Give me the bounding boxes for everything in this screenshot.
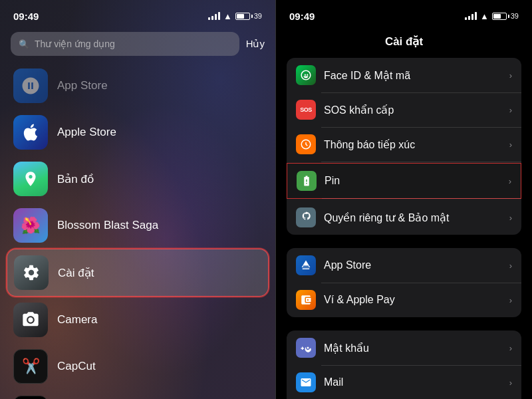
app-item-blossom[interactable]: 🌺 Blossom Blast Saga <box>7 202 269 249</box>
app-list: App Store Apple Store Bản đồ 🌺 <box>0 63 275 399</box>
status-icons-right: ▲ 39 <box>465 11 519 21</box>
settings-icon-faceid <box>296 65 316 85</box>
settings-label-contact: Thông báo tiếp xúc <box>324 138 509 151</box>
settings-icon-contact <box>296 134 316 154</box>
right-panel: 09:49 ▲ 39 Cài đặt <box>276 0 532 399</box>
app-icon-settings <box>14 255 49 290</box>
battery-text-left: 39 <box>254 12 262 20</box>
settings-icon-password <box>296 338 316 358</box>
settings-row-wallet[interactable]: Ví & Apple Pay › <box>287 283 521 317</box>
status-icons-left: ▲ 39 <box>208 11 262 21</box>
settings-label-pin: Pin <box>325 175 509 187</box>
app-name-maps: Bản đồ <box>57 172 94 186</box>
app-icon-appstore-top <box>13 68 48 103</box>
chevron-icon-faceid: › <box>509 70 512 80</box>
app-item-maps[interactable]: Bản đồ <box>7 156 269 202</box>
chevron-icon-wallet: › <box>509 295 512 305</box>
search-bar-container: 🔍 Thư viện ứng dụng Hủy <box>0 29 275 63</box>
settings-icon-sos: SOS <box>296 100 316 120</box>
settings-row-contact[interactable]: Thông báo tiếp xúc › <box>287 127 521 162</box>
settings-icon-mail <box>296 372 316 392</box>
wifi-icon: ▲ <box>223 11 232 21</box>
settings-section-security: Face ID & Mật mã › SOS SOS khẩn cấp › Th… <box>287 58 521 235</box>
battery-icon-right: 39 <box>492 12 519 20</box>
settings-icon-pin <box>297 171 317 191</box>
app-name-blossom: Blossom Blast Saga <box>57 219 158 232</box>
page-title: Cài đặt <box>385 35 423 48</box>
app-item-camera[interactable]: Camera <box>7 297 269 343</box>
wifi-icon-right: ▲ <box>480 11 489 21</box>
app-item-apple-store[interactable]: Apple Store <box>7 109 269 156</box>
settings-row-password[interactable]: Mật khẩu › <box>287 331 521 365</box>
app-name-settings: Cài đặt <box>58 266 94 280</box>
settings-row-faceid[interactable]: Face ID & Mật mã › <box>287 58 521 92</box>
battery-icon: 39 <box>235 12 262 20</box>
chevron-icon-pin: › <box>509 176 511 186</box>
app-item-settings[interactable]: Cài đặt <box>7 249 269 297</box>
settings-label-appstore: App Store <box>324 259 509 271</box>
app-item-appstore-top[interactable]: App Store <box>7 63 269 109</box>
status-time-right: 09:49 <box>289 11 315 22</box>
signal-icon <box>208 12 220 20</box>
chevron-icon-password: › <box>509 343 512 353</box>
status-bar-right: 09:49 ▲ 39 <box>276 0 532 29</box>
search-placeholder: Thư viện ứng dụng <box>35 39 115 49</box>
app-icon-blossom: 🌺 <box>13 208 48 243</box>
status-bar-left: 09:49 ▲ 39 <box>0 0 275 29</box>
chevron-icon-contact: › <box>509 140 512 150</box>
search-bar[interactable]: 🔍 Thư viện ứng dụng <box>11 32 239 56</box>
chevron-icon-sos: › <box>509 105 512 115</box>
settings-label-privacy: Quyền riêng tư & Bảo mật <box>324 211 509 224</box>
settings-label-wallet: Ví & Apple Pay <box>324 294 509 306</box>
app-item-capcut[interactable]: ✂️ CapCut <box>7 343 269 390</box>
settings-icon-appstore <box>296 255 316 275</box>
settings-label-sos: SOS khẩn cấp <box>324 104 509 116</box>
app-icon-maps <box>13 162 48 196</box>
app-name-appstore-top: App Store <box>57 79 108 92</box>
settings-label-mail: Mail <box>324 376 509 388</box>
search-icon: 🔍 <box>19 39 29 49</box>
page-title-bar: Cài đặt <box>276 29 532 58</box>
app-name-camera: Camera <box>57 313 97 327</box>
settings-section-personal: Mật khẩu › Mail › Danh bạ › <box>287 331 521 399</box>
chevron-icon-privacy: › <box>509 213 512 223</box>
settings-label-faceid: Face ID & Mật mã <box>324 69 509 82</box>
status-time-left: 09:49 <box>13 11 39 22</box>
settings-row-mail[interactable]: Mail › <box>287 365 521 399</box>
settings-row-privacy[interactable]: Quyền riêng tư & Bảo mật › <box>287 200 521 235</box>
settings-section-store: App Store › Ví & Apple Pay › <box>287 248 521 317</box>
left-panel: 09:49 ▲ 39 <box>0 0 276 399</box>
app-name-apple-store: Apple Store <box>57 126 116 139</box>
app-icon-apple-store <box>13 115 48 150</box>
chevron-icon-mail: › <box>509 378 512 388</box>
app-icon-stocks <box>13 396 48 399</box>
battery-text-right: 39 <box>511 12 519 20</box>
cancel-button[interactable]: Hủy <box>246 38 265 50</box>
signal-icon-right <box>465 12 477 20</box>
settings-icon-wallet <box>296 290 316 310</box>
settings-row-appstore[interactable]: App Store › <box>287 248 521 283</box>
app-name-capcut: CapCut <box>57 360 96 373</box>
settings-icon-privacy <box>296 207 316 227</box>
chevron-icon-appstore: › <box>509 261 512 271</box>
app-icon-camera <box>13 303 48 337</box>
settings-row-pin[interactable]: Pin › <box>287 163 521 199</box>
settings-row-sos[interactable]: SOS SOS khẩn cấp › <box>287 92 521 127</box>
app-icon-capcut: ✂️ <box>13 349 48 384</box>
settings-label-password: Mật khẩu <box>324 342 509 354</box>
app-item-stocks[interactable]: Chứng khoán <box>7 390 269 399</box>
